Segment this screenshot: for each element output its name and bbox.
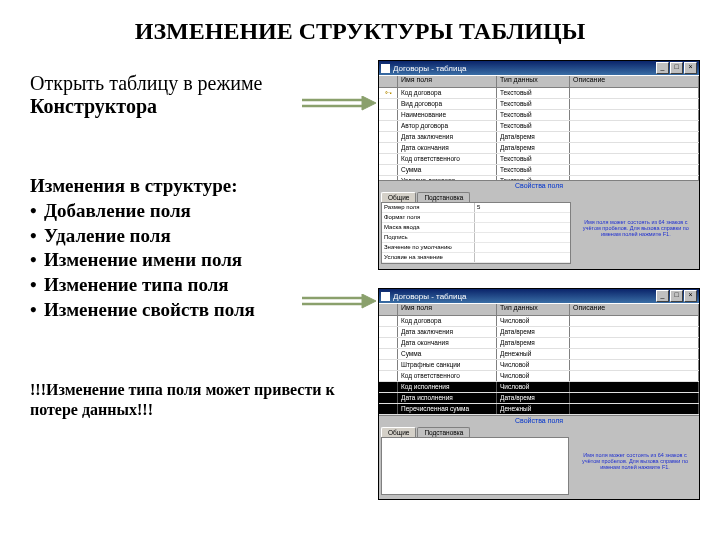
table-row[interactable]: Дата заключенияДата/время: [379, 132, 699, 143]
field-grid[interactable]: 🗝Код договораТекстовыйВид договораТексто…: [379, 88, 699, 181]
field-grid[interactable]: Код договораЧисловойДата заключенияДата/…: [379, 316, 699, 416]
change-item: Добавление поля: [44, 200, 191, 221]
col-header-name[interactable]: Имя поля: [398, 76, 497, 87]
grid-header: Имя поля Тип данных Описание: [379, 75, 699, 88]
table-row[interactable]: 🗝Код договораТекстовый: [379, 88, 699, 99]
property-row[interactable]: Условие на значение: [382, 253, 570, 263]
window-title: Договоры - таблица: [393, 292, 655, 301]
titlebar[interactable]: Договоры - таблица _ □ ×: [379, 289, 699, 303]
hint-text: Имя поля может состоять из 64 знаков с у…: [577, 219, 695, 238]
warning-text: !!!Изменение типа поля может привести к …: [30, 380, 360, 420]
table-row[interactable]: Дата окончанияДата/время: [379, 143, 699, 154]
tab-lookup[interactable]: Подстановка: [417, 427, 470, 437]
intro-line2: Конструктора: [30, 95, 157, 117]
app-icon: [381, 64, 390, 73]
page-title: ИЗМЕНЕНИЕ СТРУКТУРЫ ТАБЛИЦЫ: [0, 0, 720, 55]
table-row[interactable]: Дата исполненияДата/время: [379, 393, 699, 404]
change-item: Удаление поля: [44, 225, 171, 246]
change-item: Изменение имени поля: [44, 249, 242, 270]
arrow-icon: [302, 294, 376, 314]
table-row[interactable]: СуммаТекстовый: [379, 165, 699, 176]
tab-general[interactable]: Общие: [381, 192, 416, 202]
table-row[interactable]: Перечисленная суммаДенежный: [379, 404, 699, 415]
access-window-1: Договоры - таблица _ □ × Имя поля Тип да…: [378, 60, 700, 270]
app-icon: [381, 292, 390, 301]
table-row[interactable]: Код договораЧисловой: [379, 316, 699, 327]
svg-marker-2: [362, 96, 376, 110]
property-row[interactable]: Размер поля5: [382, 203, 570, 213]
table-row[interactable]: Дата заключенияДата/время: [379, 327, 699, 338]
maximize-button[interactable]: □: [670, 290, 683, 302]
col-header-type[interactable]: Тип данных: [497, 76, 570, 87]
property-row[interactable]: Подпись: [382, 233, 570, 243]
col-header-type[interactable]: Тип данных: [497, 304, 570, 315]
property-row[interactable]: Формат поля: [382, 213, 570, 223]
table-row[interactable]: Код ответственногоТекстовый: [379, 154, 699, 165]
property-row[interactable]: Значение по умолчанию: [382, 243, 570, 253]
change-item: Изменение типа поля: [44, 274, 229, 295]
access-window-2: Договоры - таблица _ □ × Имя поля Тип да…: [378, 288, 700, 500]
arrow-icon: [302, 96, 376, 116]
col-header-name[interactable]: Имя поля: [398, 304, 497, 315]
property-row[interactable]: Маска ввода: [382, 223, 570, 233]
table-row[interactable]: НаименованиеТекстовый: [379, 110, 699, 121]
intro-line1: Открыть таблицу в режиме: [30, 72, 263, 94]
table-row[interactable]: СуммаДенежный: [379, 349, 699, 360]
tab-general[interactable]: Общие: [381, 427, 416, 437]
minimize-button[interactable]: _: [656, 62, 669, 74]
table-row[interactable]: Дата окончанияДата/время: [379, 338, 699, 349]
table-row[interactable]: Код исполненияЧисловой: [379, 382, 699, 393]
minimize-button[interactable]: _: [656, 290, 669, 302]
close-button[interactable]: ×: [684, 290, 697, 302]
tab-lookup[interactable]: Подстановка: [417, 192, 470, 202]
hint-text: Имя поля может состоять из 64 знаков с у…: [575, 452, 695, 471]
changes-heading: Изменения в структуре:: [30, 175, 360, 197]
table-row[interactable]: Автор договораТекстовый: [379, 121, 699, 132]
properties-table[interactable]: Размер поля5Формат поляМаска вводаПодпис…: [381, 202, 571, 264]
titlebar[interactable]: Договоры - таблица _ □ ×: [379, 61, 699, 75]
section-label: Свойства поля: [379, 416, 699, 425]
col-header-desc[interactable]: Описание: [570, 76, 699, 87]
window-title: Договоры - таблица: [393, 64, 655, 73]
grid-header: Имя поля Тип данных Описание: [379, 303, 699, 316]
section-label: Свойства поля: [379, 181, 699, 190]
close-button[interactable]: ×: [684, 62, 697, 74]
svg-marker-5: [362, 294, 376, 308]
change-item: Изменение свойств поля: [44, 299, 255, 320]
table-row[interactable]: Вид договораТекстовый: [379, 99, 699, 110]
property-row[interactable]: Сообщение об ошибке: [382, 263, 570, 264]
table-row[interactable]: Штрафные санкцииЧисловой: [379, 360, 699, 371]
table-row[interactable]: Код ответственногоЧисловой: [379, 371, 699, 382]
properties-table[interactable]: [381, 437, 569, 495]
maximize-button[interactable]: □: [670, 62, 683, 74]
col-header-desc[interactable]: Описание: [570, 304, 699, 315]
